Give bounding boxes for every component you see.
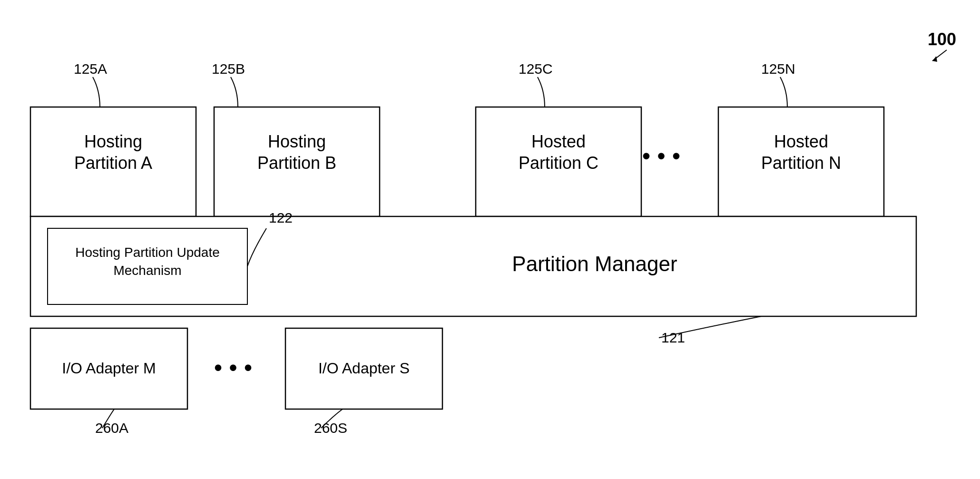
ellipsis-dots: • • • (642, 143, 680, 169)
label-260s: 260S (314, 420, 347, 436)
label-125n: 125N (761, 61, 795, 77)
update-mechanism-text1: Hosting Partition Update (75, 245, 220, 260)
update-mechanism-text2: Mechanism (113, 263, 181, 278)
label-125a: 125A (74, 61, 107, 77)
hosted-partition-n-text1: Hosted (774, 132, 828, 151)
hosting-partition-b-text1: Hosting (268, 132, 326, 151)
svg-marker-1 (932, 56, 937, 62)
label-121: 121 (661, 330, 685, 345)
io-adapter-m-text: I/O Adapter M (62, 360, 156, 377)
hosted-partition-c-text2: Partition C (519, 153, 598, 173)
hosting-partition-b-text2: Partition B (257, 153, 336, 173)
label-260a: 260A (95, 420, 128, 436)
figure-number: 100 (928, 29, 956, 49)
hosted-partition-n-text2: Partition N (761, 153, 841, 173)
diagram-container: 100 125A Hosting Partition A 125B Hostin… (0, 0, 980, 479)
label-122: 122 (269, 210, 293, 225)
hosting-partition-a-text2: Partition A (74, 153, 152, 173)
partition-manager-text: Partition Manager (512, 252, 677, 275)
io-adapter-s-text: I/O Adapter S (318, 360, 410, 377)
adapter-ellipsis: • • • (214, 354, 252, 381)
label-125b: 125B (212, 61, 245, 77)
label-125c: 125C (519, 61, 553, 77)
hosting-partition-a-text1: Hosting (84, 132, 142, 151)
hosted-partition-c-text1: Hosted (531, 132, 586, 151)
